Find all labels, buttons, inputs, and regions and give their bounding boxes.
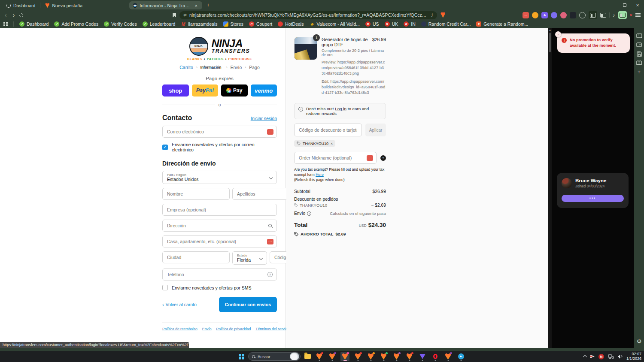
continue-button[interactable]: Continuar con envíos <box>219 297 277 312</box>
paypal-button[interactable]: PayPal <box>192 84 219 97</box>
reload-button[interactable] <box>18 12 24 18</box>
order-nickname-input[interactable] <box>295 152 367 163</box>
autofill-icon[interactable]: ··· <box>267 239 273 244</box>
close-button[interactable]: × <box>631 0 644 10</box>
bookmark-item[interactable]: RUS <box>365 21 379 27</box>
taskbar-app-brave-active[interactable] <box>340 352 349 361</box>
bookmark-item[interactable]: ✓Leaderboard <box>143 21 176 27</box>
autofill-extension-icon[interactable]: ··· <box>522 12 529 18</box>
email-field[interactable]: ··· <box>162 126 277 138</box>
a-extension-icon[interactable]: A <box>541 12 548 18</box>
new-tab-button[interactable]: + <box>207 2 210 8</box>
bookmark-item[interactable]: Milarrazamdeals <box>181 21 217 27</box>
taskbar-app-brave[interactable] <box>392 352 401 361</box>
tray-app-icon[interactable] <box>590 355 595 358</box>
taskbar-app-prism[interactable] <box>418 352 427 361</box>
menu-icon[interactable] <box>635 13 641 17</box>
toast-close-icon[interactable]: × <box>555 31 561 37</box>
taskbar-app-brave[interactable] <box>353 352 362 361</box>
extension-icon[interactable] <box>551 12 557 18</box>
country-select[interactable]: País / Región Estados Unidos <box>162 171 277 184</box>
google-pay-button[interactable]: GPay <box>221 84 248 97</box>
wallet-icon[interactable] <box>634 40 644 49</box>
tray-m-icon[interactable]: M <box>598 354 604 359</box>
taskbar-app-brave[interactable] <box>366 352 375 361</box>
sms-checkbox-row[interactable]: Enviarme novedades y ofertas por SMS <box>162 285 277 290</box>
bookmark-item[interactable]: ◆Valuecom - All Valid... <box>309 21 360 27</box>
bookmark-item[interactable]: RUK <box>385 21 398 27</box>
file-explorer-icon[interactable] <box>304 354 311 359</box>
company-field[interactable] <box>162 204 277 216</box>
apartment-field[interactable]: ··· <box>162 235 277 247</box>
network-icon[interactable] <box>608 354 614 359</box>
bookmark-item[interactable]: Stores <box>223 21 243 27</box>
login-link[interactable]: Iniciar sesión <box>251 116 277 121</box>
sidebar-toggle-button[interactable] <box>589 11 597 19</box>
taskbar-app-telegram[interactable] <box>456 352 465 361</box>
first-name-field[interactable] <box>162 188 230 200</box>
taskbar-app-brave[interactable] <box>315 352 324 361</box>
tray-expand-icon[interactable] <box>583 355 587 359</box>
extension-icon[interactable] <box>560 12 567 18</box>
address-field[interactable] <box>162 220 277 232</box>
taskbar-search[interactable]: Buscar <box>248 352 301 361</box>
screen-capture-icon[interactable] <box>634 31 644 40</box>
taskbar-app-brave[interactable] <box>379 352 388 361</box>
reading-panel-button[interactable] <box>618 11 627 19</box>
discount-code-field[interactable] <box>294 124 362 136</box>
newsletter-checkbox[interactable]: ✓ <box>162 145 168 150</box>
newsletter-checkbox-row[interactable]: ✓ Enviarme novedades y ofertas por corre… <box>162 142 277 152</box>
breadcrumb-cart[interactable]: Carrito <box>179 65 193 70</box>
bookmark-item[interactable]: Random Credit Car... <box>421 21 471 27</box>
tab-new-page[interactable]: Nueva pestaña <box>41 1 86 9</box>
state-select[interactable]: Estado Florida <box>232 251 267 265</box>
scroll-up-icon[interactable]: ▲ <box>548 29 552 31</box>
minimize-button[interactable] <box>605 0 618 10</box>
refund-policy-link[interactable]: Política de reembolso <box>162 327 197 331</box>
media-control-icon[interactable]: ♪ <box>613 12 615 18</box>
settings-gear-icon[interactable]: ⚙ <box>634 337 644 346</box>
bookmark-item[interactable]: ✓Verify Codes <box>104 21 137 27</box>
bookmark-item[interactable]: ✓Add Promo Codes <box>54 21 98 27</box>
venmo-button[interactable]: venmo <box>251 84 277 97</box>
panel-icon[interactable] <box>600 13 606 18</box>
tab-ninja-transfers[interactable]: Información - Ninja Transfers - P × <box>129 1 202 9</box>
profile-action-button[interactable]: ••• <box>562 195 624 202</box>
email-input[interactable] <box>163 126 267 137</box>
extensions-puzzle-icon[interactable] <box>579 12 586 18</box>
site-settings-icon[interactable]: ⇄ <box>183 13 186 17</box>
autofill-icon[interactable]: ··· <box>267 129 273 135</box>
tax-form-link[interactable]: Here <box>316 172 324 177</box>
sms-checkbox[interactable] <box>162 285 168 290</box>
close-extension-icon[interactable]: × <box>630 12 632 18</box>
city-input[interactable] <box>163 252 229 263</box>
share-icon[interactable]: ⤴ <box>431 13 433 18</box>
bookmark-icon[interactable] <box>173 13 176 18</box>
help-icon[interactable]: ? <box>267 272 273 277</box>
remove-discount-icon[interactable]: × <box>331 142 333 146</box>
banner-login-link[interactable]: Log in <box>335 106 346 111</box>
forward-button[interactable]: › <box>12 12 16 18</box>
back-button[interactable]: ‹ <box>3 12 8 18</box>
tab-close-icon[interactable]: × <box>194 3 198 8</box>
bookmark-item[interactable]: CCoupert <box>249 21 272 27</box>
extension-icon[interactable] <box>570 12 576 18</box>
taskbar-app-brave[interactable] <box>328 352 337 361</box>
shipping-info-icon[interactable]: i <box>307 211 311 216</box>
shipping-link[interactable]: Envío <box>202 327 212 331</box>
company-input[interactable] <box>163 204 276 215</box>
shop-pay-button[interactable]: shop <box>162 84 189 97</box>
taskbar-app-opera[interactable] <box>431 352 440 361</box>
autofill-icon[interactable]: ··· <box>367 155 373 161</box>
scrollbar[interactable]: ▲ <box>548 28 552 348</box>
city-field[interactable] <box>162 251 230 263</box>
nickname-help-icon[interactable]: ? <box>380 155 386 161</box>
tab-dashboard[interactable]: Dashboard <box>3 1 39 9</box>
volume-icon[interactable] <box>617 354 623 359</box>
reading-list-icon[interactable] <box>634 58 644 67</box>
url-text[interactable]: ninjatransfers.com/checkouts/cn/hWN75tuQ… <box>189 12 428 18</box>
bookmark-item[interactable]: RIN <box>404 21 416 27</box>
terms-link[interactable]: Términos del servicio <box>255 327 290 331</box>
start-button[interactable] <box>239 354 244 359</box>
store-logo[interactable]: NINJA NINJA TRANSFERS <box>162 37 277 56</box>
